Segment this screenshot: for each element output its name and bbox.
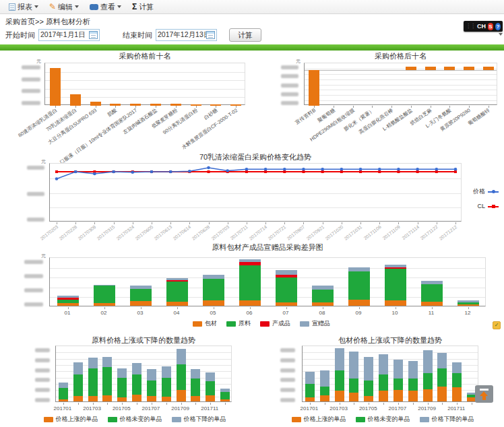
menu-edit[interactable]: ✎ 编辑 xyxy=(44,1,84,13)
calculate-button[interactable]: 计算 xyxy=(229,28,261,42)
x-tick-label: 201701 xyxy=(48,405,77,412)
gridline xyxy=(305,100,497,101)
gridline xyxy=(305,79,497,80)
x-tick xyxy=(323,222,323,224)
x-tick xyxy=(428,403,429,405)
stack-segment xyxy=(132,363,141,374)
x-tick-label: 201703 xyxy=(77,405,107,412)
drag-handle-icon[interactable]: ⋮⋮ xyxy=(466,24,475,29)
bar xyxy=(110,104,121,106)
chevron-down-icon xyxy=(34,5,38,8)
x-tick xyxy=(63,403,64,405)
x-date-text: 20171109 xyxy=(381,224,400,240)
x-tick xyxy=(323,307,323,309)
chart-title: 采购价格前十名 xyxy=(44,51,245,61)
data-point-marker xyxy=(454,170,457,173)
axis-unit-label: 元 xyxy=(296,58,301,65)
x-date-text: 20171031 xyxy=(343,224,363,241)
ime-logo-icon[interactable]: S xyxy=(488,23,493,30)
data-point-marker xyxy=(93,172,96,176)
x-tick xyxy=(303,222,304,224)
x-tick xyxy=(75,222,76,224)
ime-toolbar[interactable]: ⋮⋮ CH S ? xyxy=(464,21,503,32)
bar xyxy=(464,67,474,69)
bar xyxy=(130,104,141,106)
x-tick-label: 201705 xyxy=(353,405,383,412)
stack-segment xyxy=(130,289,152,301)
x-tick xyxy=(265,222,266,224)
legend-item: 价格未变的单品 xyxy=(356,415,410,424)
blurred-y-label xyxy=(22,65,40,69)
stack-segment xyxy=(458,304,479,306)
bar xyxy=(483,67,494,69)
ime-collapse-icon[interactable] xyxy=(499,33,503,36)
arrow-up-icon xyxy=(480,389,489,391)
legend-item: 价格下降的单品 xyxy=(420,415,474,424)
stack-segment xyxy=(147,381,156,395)
stack-segment xyxy=(305,397,315,402)
legend-label: 原料 xyxy=(239,319,251,328)
x-tick xyxy=(68,307,69,309)
help-icon[interactable]: ? xyxy=(495,23,501,30)
menu-report[interactable]: 报表 xyxy=(3,1,44,13)
stack-segment xyxy=(379,391,388,401)
legend-color-chip xyxy=(356,417,365,422)
stack-segment xyxy=(423,373,433,389)
stack-segment xyxy=(130,301,152,306)
stack-segment xyxy=(162,378,171,397)
stack-segment xyxy=(166,282,188,302)
binoculars-icon xyxy=(90,4,98,10)
data-point-marker xyxy=(340,170,343,173)
ime-language[interactable]: CH xyxy=(477,23,486,30)
back-to-top-button[interactable] xyxy=(475,385,493,403)
legend-color-chip xyxy=(300,321,309,327)
x-date-text: 20170907 xyxy=(286,224,306,241)
annotation-check-icon[interactable]: ✓ xyxy=(493,321,501,329)
stack-segment xyxy=(132,395,141,401)
calendar-icon[interactable] xyxy=(206,31,215,39)
report-icon xyxy=(9,3,15,11)
start-date-input[interactable] xyxy=(40,31,89,39)
stack-segment xyxy=(276,275,297,277)
x-tick xyxy=(177,307,178,309)
x-tick xyxy=(195,403,196,405)
calendar-icon[interactable] xyxy=(89,31,98,39)
x-tick xyxy=(78,403,79,405)
x-tick xyxy=(137,403,137,405)
x-tick xyxy=(354,403,354,405)
stack-segment xyxy=(73,396,83,401)
bar xyxy=(50,68,61,106)
bar xyxy=(191,104,201,106)
data-point-marker xyxy=(226,169,229,172)
legend-item: 价格下降的单品 xyxy=(172,415,226,424)
stack-segment xyxy=(59,383,68,388)
stack-segment xyxy=(57,296,79,297)
bar xyxy=(90,102,101,106)
x-date-text: 20170721 xyxy=(267,224,287,241)
line-chart-svg xyxy=(50,164,462,222)
x-tick-label: 07 xyxy=(271,310,301,316)
menu-calculate[interactable]: Σ 计算 xyxy=(127,1,159,13)
blurred-y-label xyxy=(27,192,44,196)
end-date-input[interactable] xyxy=(158,31,206,39)
bar xyxy=(70,94,81,106)
stack-segment xyxy=(437,368,447,387)
data-point-marker xyxy=(55,170,58,173)
chart-title: 原料包材产成品宣赠品采购差异图 xyxy=(49,242,486,253)
data-point-marker xyxy=(321,168,324,171)
stack-segment xyxy=(88,358,98,368)
x-tick xyxy=(468,307,469,309)
chart-price-trend-line: 70乳清浓缩蛋白采购价格变化趋势元20170203201702282017030… xyxy=(19,152,504,242)
legend-item: 价格 xyxy=(458,187,499,196)
x-date-text: 20170605 xyxy=(134,224,154,241)
x-tick xyxy=(166,403,167,405)
x-tick xyxy=(93,403,94,405)
chart-legend: 价格上涨的单品价格未变的单品价格下降的单品 xyxy=(261,415,504,424)
x-tick xyxy=(181,403,182,405)
x-tick xyxy=(152,403,152,405)
x-tick-label: 06 xyxy=(234,310,264,316)
stack-segment xyxy=(117,397,127,402)
data-point-marker xyxy=(283,168,286,171)
menu-view[interactable]: 查看 xyxy=(84,1,127,13)
toolbar: 报表 ✎ 编辑 查看 Σ 计算 xyxy=(0,0,504,14)
